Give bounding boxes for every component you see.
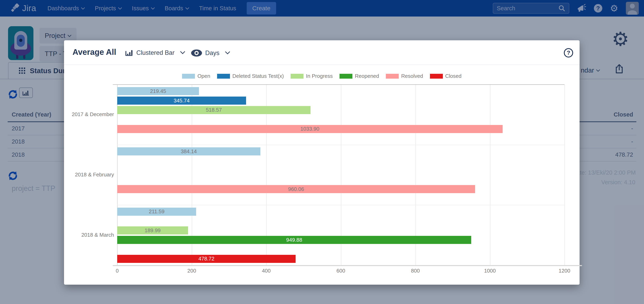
bar-value-label: 189.99 xyxy=(144,227,161,234)
y-axis-label: 2018 & March xyxy=(64,205,114,265)
x-axis-labels: 020040060080010001200 xyxy=(117,268,564,274)
unit-label: Days xyxy=(205,49,220,57)
chart-type-label: Clustered Bar xyxy=(136,49,174,57)
x-axis-tick-label: 200 xyxy=(187,268,196,274)
gridline xyxy=(564,85,565,265)
bar-slot: 478.72 xyxy=(117,254,564,263)
legend-swatch xyxy=(217,74,230,79)
legend-label: In Progress xyxy=(306,73,333,79)
bar-slot xyxy=(117,244,564,254)
bar-value-label: 345.74 xyxy=(174,98,190,104)
legend-label: Open xyxy=(197,73,210,79)
bar-slot: 211.59 xyxy=(117,207,564,216)
chart-modal: Average All Clustered Bar xyxy=(64,40,580,285)
legend-item-open[interactable]: Open xyxy=(182,73,210,79)
y-axis-labels: 2017 & December2018 & February2018 & Mar… xyxy=(64,84,114,265)
x-axis-tick-label: 800 xyxy=(411,268,420,274)
bar-resolved: 960.06 xyxy=(117,185,475,193)
bar-slot: 949.88 xyxy=(117,235,564,245)
legend-item-reopened[interactable]: Reopened xyxy=(340,73,379,79)
legend-item-closed[interactable]: Closed xyxy=(430,73,462,79)
legend-swatch xyxy=(340,74,352,79)
bar-value-label: 960.06 xyxy=(288,186,304,192)
legend-item-in-progress[interactable]: In Progress xyxy=(290,73,333,79)
bar-value-label: 219.45 xyxy=(150,88,166,94)
legend-label: Deleted Status Test(x) xyxy=(232,73,284,79)
bar-value-label: 518.57 xyxy=(206,107,222,113)
bar-slot xyxy=(117,134,564,143)
x-axis-tick-label: 1200 xyxy=(558,268,570,274)
bar-slot: 960.06 xyxy=(117,184,564,194)
bar-slot xyxy=(117,216,564,226)
bar-value-label: 211.59 xyxy=(149,208,164,215)
modal-help-icon[interactable]: ? xyxy=(564,48,573,58)
bar-slot: 384.14 xyxy=(117,147,564,156)
chart-type-dropdown[interactable]: Clustered Bar xyxy=(125,49,184,57)
bar-value-label: 384.14 xyxy=(181,148,197,155)
bar-slot: 219.45 xyxy=(117,87,564,96)
bar-slot: 189.99 xyxy=(117,226,564,235)
chart-legend: OpenDeleted Status Test(x)In ProgressReo… xyxy=(64,73,580,79)
bar-slot xyxy=(117,115,564,124)
eye-icon xyxy=(191,49,202,57)
bar-slot xyxy=(117,194,564,203)
legend-item-deleted-status-test-x[interactable]: Deleted Status Test(x) xyxy=(217,73,284,79)
modal-title: Average All xyxy=(72,48,116,57)
y-axis-label: 2017 & December xyxy=(64,84,114,145)
bar-open: 211.59 xyxy=(117,208,196,216)
bar-slot xyxy=(117,175,564,184)
plot-area: 219.45345.74518.571033.90384.14960.06211… xyxy=(117,84,564,265)
unit-dropdown[interactable]: Days xyxy=(191,49,229,57)
legend-label: Resolved xyxy=(401,73,423,79)
bar-chart-icon xyxy=(125,49,133,56)
chevron-down-icon xyxy=(180,49,185,54)
x-axis-tick-label: 1000 xyxy=(484,268,496,274)
bar-open: 219.45 xyxy=(117,87,199,95)
bar-value-label: 478.72 xyxy=(198,256,214,262)
x-axis-tick-label: 600 xyxy=(336,268,345,274)
y-axis-label: 2018 & February xyxy=(64,145,114,205)
bar-value-label: 1033.90 xyxy=(300,126,320,132)
bar-open: 384.14 xyxy=(117,147,260,155)
bar-group-2018-march: 211.59189.99949.88478.72 xyxy=(117,205,564,265)
legend-swatch xyxy=(386,74,399,79)
x-axis-tick-label: 0 xyxy=(116,268,118,274)
bar-slot xyxy=(117,156,564,165)
bar-closed: 478.72 xyxy=(117,255,296,263)
bar-group-2017-december: 219.45345.74518.571033.90 xyxy=(117,85,564,145)
bar-resolved: 1033.90 xyxy=(117,125,503,133)
legend-swatch xyxy=(182,74,195,79)
legend-label: Reopened xyxy=(355,73,379,79)
bar-in-progress: 518.57 xyxy=(117,106,310,114)
bar-value-label: 949.88 xyxy=(286,237,302,243)
bar-slot: 345.74 xyxy=(117,96,564,105)
modal-header-divider xyxy=(64,65,580,65)
jira-app: Jira DashboardsProjectsIssuesBoardsTime … xyxy=(0,0,644,304)
legend-swatch xyxy=(290,74,304,79)
bar-slot: 1033.90 xyxy=(117,124,564,134)
legend-item-resolved[interactable]: Resolved xyxy=(386,73,423,79)
bar-reopened: 949.88 xyxy=(117,236,471,244)
bar-deleted-status-test-x: 345.74 xyxy=(117,97,246,105)
chevron-down-icon xyxy=(225,49,230,54)
legend-swatch xyxy=(430,74,443,79)
bar-in-progress: 189.99 xyxy=(117,226,188,234)
bar-slot: 518.57 xyxy=(117,105,564,115)
x-axis-tick-label: 400 xyxy=(262,268,271,274)
legend-label: Closed xyxy=(445,73,462,79)
bar-slot xyxy=(117,165,564,175)
bar-group-2018-february: 384.14960.06 xyxy=(117,145,564,205)
